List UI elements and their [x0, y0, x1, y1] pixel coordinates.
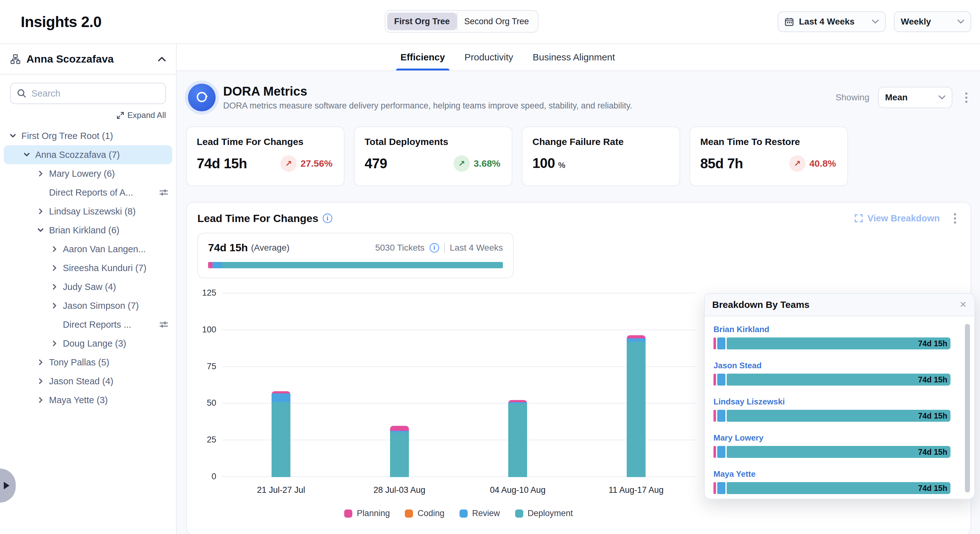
tree-item-mary-lowery-6[interactable]: Mary Lowery (6) [4, 164, 172, 183]
chevron-up-icon[interactable] [158, 57, 166, 62]
breakdown-panel: Breakdown By Teams ✕ Brian Kirkland74d 1… [704, 293, 975, 499]
metric-card-title: Change Failure Rate [533, 137, 670, 147]
toggle-first-org-tree[interactable]: First Org Tree [387, 13, 457, 30]
info-icon[interactable]: i [323, 214, 332, 223]
chart-menu-kebab-icon[interactable] [950, 211, 960, 225]
tree-item-tony-pallas-5[interactable]: Tony Pallas (5) [4, 353, 172, 372]
team-bar-review [717, 482, 725, 494]
filter-sliders-icon[interactable] [159, 188, 169, 196]
chevron-right-icon [49, 282, 60, 292]
legend-item-planning[interactable]: Planning [344, 508, 390, 518]
chevron-down-icon [939, 95, 945, 100]
bar-segment-planning [508, 400, 527, 402]
bar-segment-planning [272, 391, 290, 394]
metric-card-value-row: 479↗3.68% [364, 155, 502, 172]
x-label-21-jul-27-jul: 21 Jul-27 Jul [257, 485, 305, 495]
team-bar-deployment [727, 446, 950, 458]
tab-business-alignment[interactable]: Business Alignment [531, 44, 616, 70]
sidebar-header[interactable]: Anna Scozzafava [0, 44, 176, 75]
team-name-link[interactable]: Lindsay Liszewski [713, 397, 966, 406]
team-name-link[interactable]: Mary Lowery [713, 433, 966, 443]
legend-swatch [460, 510, 468, 518]
date-range-select[interactable]: Last 4 Weeks [778, 11, 886, 32]
metric-card-value: 100 [533, 155, 555, 171]
trend-up-icon: ↗ [280, 155, 297, 172]
tree-item-doug-lange-3[interactable]: Doug Lange (3) [4, 334, 172, 353]
tree-item-label: Maya Yette (3) [49, 395, 108, 405]
chevron-right-icon [49, 244, 60, 254]
team-bar-deployment [727, 410, 950, 422]
x-label-11-aug-17-aug: 11 Aug-17 Aug [608, 485, 663, 495]
sidebar-collapse-handle[interactable] [0, 469, 16, 502]
tree-item-maya-yette-3[interactable]: Maya Yette (3) [4, 391, 172, 410]
legend-item-coding[interactable]: Coding [405, 508, 444, 518]
tree-item-direct-reports[interactable]: Direct Reports ... [4, 315, 172, 334]
tree-item-label: Judy Saw (4) [63, 282, 116, 292]
dora-controls: Showing Mean [836, 87, 971, 108]
team-name-link[interactable]: Brian Kirkland [713, 325, 966, 334]
close-icon[interactable]: ✕ [959, 300, 967, 309]
tree-item-judy-saw-4[interactable]: Judy Saw (4) [4, 277, 172, 296]
tree-item-aaron-van-langen[interactable]: Aaron Van Langen... [4, 240, 172, 258]
legend-item-review[interactable]: Review [460, 508, 500, 518]
dora-header: DORA Metrics DORA metrics measure softwa… [186, 84, 971, 111]
chart-legend: PlanningCodingReviewDeployment [222, 508, 695, 518]
legend-label: Deployment [528, 508, 573, 518]
expand-all-button[interactable]: Expand All [10, 110, 166, 120]
tree-item-lindsay-liszewski-8[interactable]: Lindsay Liszewski (8) [4, 202, 172, 221]
search-input[interactable] [32, 88, 159, 99]
dora-menu-kebab-icon[interactable] [961, 91, 971, 104]
org-sidebar: Anna Scozzafava Expand All First Org Tre… [0, 44, 177, 534]
tab-efficiency[interactable]: Efficiency [399, 44, 446, 70]
y-tick-75: 75 [196, 362, 216, 371]
tab-label: Business Alignment [533, 52, 615, 62]
metric-card-unit: % [558, 160, 565, 170]
tree-item-first-org-tree-root-1[interactable]: First Org Tree Root (1) [4, 126, 172, 145]
x-label-28-jul-03-aug: 28 Jul-03 Aug [373, 485, 425, 495]
view-breakdown-button[interactable]: View Breakdown [854, 213, 940, 223]
dora-title: DORA Metrics [223, 84, 632, 99]
tree-item-label: Mary Lowery (6) [49, 169, 115, 179]
tree-item-label: Anna Scozzafava (7) [35, 150, 120, 160]
summary-stacked-bar [208, 262, 503, 268]
org-tree-toggle: First Org Tree Second Org Tree [385, 10, 538, 33]
team-name-link[interactable]: Jason Stead [713, 361, 966, 370]
team-stacked-bar: 74d 15h [713, 338, 950, 349]
team-row-maya-yette: Maya Yette74d 15h [713, 469, 966, 494]
tree-item-anna-scozzafava-7[interactable]: Anna Scozzafava (7) [4, 145, 172, 164]
aggregation-select[interactable]: Mean [878, 87, 952, 108]
lead-time-title-wrap: Lead Time For Changes i [197, 212, 332, 225]
tree-item-direct-reports-of-a[interactable]: Direct Reports of A... [4, 183, 172, 202]
chevron-down-icon [21, 149, 32, 160]
summary-meta: 5030 Tickets i Last 4 Weeks [375, 243, 503, 253]
toggle-second-org-tree[interactable]: Second Org Tree [457, 13, 536, 30]
summary-period: Last 4 Weeks [450, 243, 503, 253]
tree-item-sireesha-kunduri-7[interactable]: Sireesha Kunduri (7) [4, 258, 172, 277]
aggregation-value: Mean [885, 92, 908, 102]
tree-item-jason-stead-4[interactable]: Jason Stead (4) [4, 372, 172, 391]
team-row-jason-stead: Jason Stead74d 15h [713, 361, 966, 386]
info-icon[interactable]: i [430, 243, 439, 252]
team-bar-deployment [727, 338, 950, 349]
chevron-right-icon [49, 300, 60, 311]
tree-item-jason-simpson-7[interactable]: Jason Simpson (7) [4, 296, 172, 315]
metric-cards: Lead Time For Changes74d 15h↗27.56%Total… [186, 126, 971, 186]
legend-swatch [405, 510, 413, 518]
chevron-right-icon [35, 206, 46, 217]
toggle-second-org-tree-label: Second Org Tree [464, 17, 529, 26]
tree-item-brian-kirkland-6[interactable]: Brian Kirkland (6) [4, 221, 172, 240]
y-tick-100: 100 [196, 325, 216, 335]
chevron-spacer [49, 319, 60, 330]
breakdown-scrollbar[interactable] [965, 324, 970, 493]
search-icon [17, 89, 26, 98]
granularity-select[interactable]: Weekly [894, 11, 971, 32]
tab-productivity[interactable]: Productivity [463, 44, 514, 70]
tree-item-label: Tony Pallas (5) [49, 357, 110, 368]
chevron-right-icon [35, 376, 46, 386]
metric-card-title: Lead Time For Changes [197, 137, 334, 147]
bar-segment-deployment [627, 342, 646, 477]
legend-item-deployment[interactable]: Deployment [515, 508, 573, 518]
filter-sliders-icon[interactable] [159, 320, 169, 328]
team-value: 74d 15h [918, 448, 947, 457]
team-name-link[interactable]: Maya Yette [713, 469, 966, 479]
